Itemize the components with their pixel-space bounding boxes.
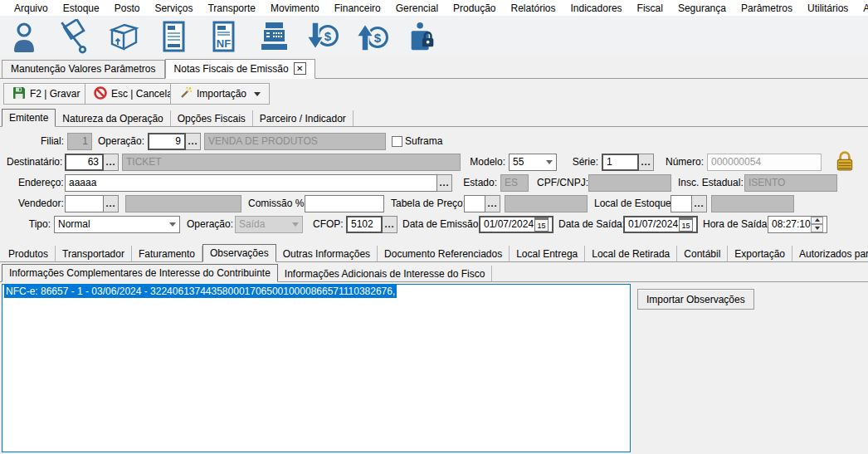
data-saida-label: Data de Saída: bbox=[558, 218, 620, 230]
importar-observacoes-label: Importar Observações bbox=[646, 294, 745, 305]
menu-indicadores[interactable]: Indicadores bbox=[563, 1, 630, 16]
observacoes-selected-text: NFC-e: 86657 - 1 - 03/06/2024 - 32240613… bbox=[4, 285, 397, 298]
observacoes-textarea[interactable]: NFC-e: 86657 - 1 - 03/06/2024 - 32240613… bbox=[2, 284, 631, 452]
local-estoque-code-field[interactable] bbox=[671, 195, 692, 212]
tab-opcoes-fiscais[interactable]: Opções Fiscais bbox=[171, 110, 253, 126]
menu-utilitarios[interactable]: Utilitários bbox=[800, 1, 856, 16]
wand-icon bbox=[179, 86, 193, 102]
destinatario-code-field[interactable]: 63 bbox=[65, 154, 104, 171]
vendedor-desc-field bbox=[125, 195, 241, 212]
tab-natureza-da-operacao[interactable]: Natureza da Operação bbox=[56, 110, 170, 126]
padlock-icon[interactable] bbox=[833, 150, 856, 174]
serie-field[interactable]: 1 bbox=[602, 154, 639, 171]
tabela-preco-lookup-button[interactable]: ... bbox=[485, 195, 500, 212]
svg-text:$: $ bbox=[324, 29, 332, 43]
nf-document-icon[interactable]: NF bbox=[204, 18, 242, 55]
menu-arquivo[interactable]: Arquivo bbox=[7, 1, 56, 16]
data-saida-value: 01/07/2024 bbox=[628, 218, 678, 230]
hand-truck-icon[interactable] bbox=[55, 18, 93, 55]
menu-ajuda[interactable]: Ajuda bbox=[856, 1, 868, 16]
menu-movimento[interactable]: Movimento bbox=[263, 1, 327, 16]
cash-register-icon[interactable] bbox=[254, 18, 292, 55]
form-row-endereco: Endereço: aaaaa ... Estado: ES CPF/CNPJ:… bbox=[18, 173, 837, 192]
package-icon[interactable] bbox=[105, 18, 143, 55]
menu-financeiro[interactable]: Financeiro bbox=[327, 1, 388, 16]
money-out-icon[interactable]: $ bbox=[354, 18, 392, 55]
emitente-tab-strip: Emitente Natureza da Operação Opções Fis… bbox=[0, 109, 868, 127]
hora-saida-field[interactable]: 08:27:10 bbox=[768, 216, 827, 233]
tab-local-entrega[interactable]: Local Entrega bbox=[510, 246, 585, 261]
tab-transportador[interactable]: Transportador bbox=[56, 246, 132, 261]
spin-up-button[interactable] bbox=[811, 217, 823, 225]
form-row-vendedor: Vendedor: ... Comissão %: Tabela de Preç… bbox=[18, 194, 794, 212]
menu-fiscal[interactable]: Fiscal bbox=[630, 1, 671, 16]
serie-combo: 1 ... bbox=[602, 154, 654, 171]
data-saida-field[interactable]: 01/07/2024 15 bbox=[623, 216, 698, 233]
modelo-select[interactable]: 55 bbox=[509, 154, 557, 171]
close-tab-icon[interactable]: ✕ bbox=[294, 62, 306, 75]
hora-saida-label: Hora de Saída: bbox=[703, 218, 764, 230]
tab-local-de-retirada[interactable]: Local de Retirada bbox=[585, 246, 677, 261]
endereco-field[interactable]: aaaaa bbox=[65, 174, 437, 192]
destinatario-lookup-button[interactable]: ... bbox=[104, 154, 119, 171]
operacao-label: Operação: bbox=[97, 135, 144, 147]
vendedor-combo: ... bbox=[65, 195, 119, 212]
menu-producao[interactable]: Produção bbox=[446, 1, 503, 16]
tab-autorizados-download-xml[interactable]: Autorizados para o Download do XML bbox=[792, 246, 868, 261]
cancel-button-label: Esc | Cancelar bbox=[111, 88, 176, 100]
cfop-lookup-button[interactable]: ... bbox=[383, 216, 397, 233]
tab-outras-informacoes[interactable]: Outras Informações bbox=[276, 246, 378, 261]
cfop-field[interactable]: 5102 bbox=[346, 216, 383, 233]
menu-seguranca[interactable]: Segurança bbox=[671, 1, 734, 16]
mdi-tab-manutencao-valores-parametros[interactable]: Manutenção Valores Parâmetros bbox=[2, 60, 165, 78]
invoice-icon[interactable] bbox=[154, 18, 193, 55]
action-bar: F2 | Gravar Esc | Cancelar Importação bbox=[0, 80, 868, 108]
local-estoque-lookup-button[interactable]: ... bbox=[692, 195, 707, 212]
cfop-label: CFOP: bbox=[313, 218, 343, 230]
insc-estadual-label: Insc. Estadual: bbox=[678, 177, 741, 188]
operacao-lookup-button[interactable]: ... bbox=[186, 133, 201, 150]
filial-label: Filial: bbox=[37, 135, 64, 147]
menu-servicos[interactable]: Serviços bbox=[147, 1, 200, 16]
money-in-icon[interactable]: $ bbox=[304, 18, 342, 55]
tipo-value: Normal bbox=[58, 218, 90, 230]
vendedor-lookup-button[interactable]: ... bbox=[104, 195, 119, 212]
menu-posto[interactable]: Posto bbox=[107, 1, 148, 16]
importar-observacoes-button[interactable]: Importar Observações bbox=[637, 289, 754, 310]
menu-estoque[interactable]: Estoque bbox=[56, 1, 107, 16]
tipo-select[interactable]: Normal bbox=[54, 216, 180, 233]
suframa-checkbox[interactable] bbox=[392, 136, 402, 147]
tab-info-complementares-contribuinte[interactable]: Informações Complementares de Interesse … bbox=[2, 264, 278, 282]
operacao-code-field[interactable]: 9 bbox=[148, 133, 186, 150]
import-button[interactable]: Importação bbox=[170, 83, 270, 105]
comissao-field[interactable] bbox=[305, 195, 384, 212]
tab-documento-referenciados[interactable]: Documento Referenciados bbox=[378, 246, 510, 261]
mdi-tab-notas-fiscais-emissao[interactable]: Notas Fiscais de Emissão ✕ bbox=[165, 59, 315, 79]
tabela-preco-code-field[interactable] bbox=[464, 195, 485, 212]
tab-emitente[interactable]: Emitente bbox=[2, 109, 56, 127]
menu-gerencial[interactable]: Gerencial bbox=[388, 1, 446, 16]
tab-info-adicionais-fisco[interactable]: Informações Adicionais de Interesse do F… bbox=[278, 266, 492, 281]
save-button[interactable]: F2 | Gravar bbox=[3, 83, 89, 105]
user-lock-icon[interactable] bbox=[403, 18, 441, 55]
endereco-lookup-button[interactable]: ... bbox=[437, 174, 452, 192]
estado-field: ES bbox=[500, 174, 529, 192]
menu-parametros[interactable]: Parâmetros bbox=[734, 1, 800, 16]
tab-faturamento[interactable]: Faturamento bbox=[132, 246, 202, 261]
calendar-icon[interactable]: 15 bbox=[534, 217, 549, 232]
vendedor-code-field[interactable] bbox=[65, 195, 104, 212]
spin-down-button[interactable] bbox=[811, 224, 823, 232]
tab-contabil[interactable]: Contábil bbox=[677, 246, 728, 261]
local-estoque-desc-field bbox=[711, 195, 794, 212]
menu-transporte[interactable]: Transporte bbox=[200, 1, 263, 16]
user-icon[interactable] bbox=[5, 18, 43, 55]
menu-relatorios[interactable]: Relatórios bbox=[503, 1, 563, 16]
tab-exportacao[interactable]: Exportação bbox=[728, 246, 792, 261]
calendar-icon[interactable]: 15 bbox=[679, 217, 693, 232]
serie-lookup-button[interactable]: ... bbox=[639, 154, 654, 171]
tab-parceiro-indicador[interactable]: Parceiro / Indicador bbox=[253, 110, 354, 126]
data-emissao-field[interactable]: 01/07/2024 15 bbox=[479, 216, 553, 233]
chevron-down-icon bbox=[546, 160, 553, 164]
tab-observacoes[interactable]: Observações bbox=[202, 244, 276, 262]
tab-produtos[interactable]: Produtos bbox=[2, 246, 56, 261]
